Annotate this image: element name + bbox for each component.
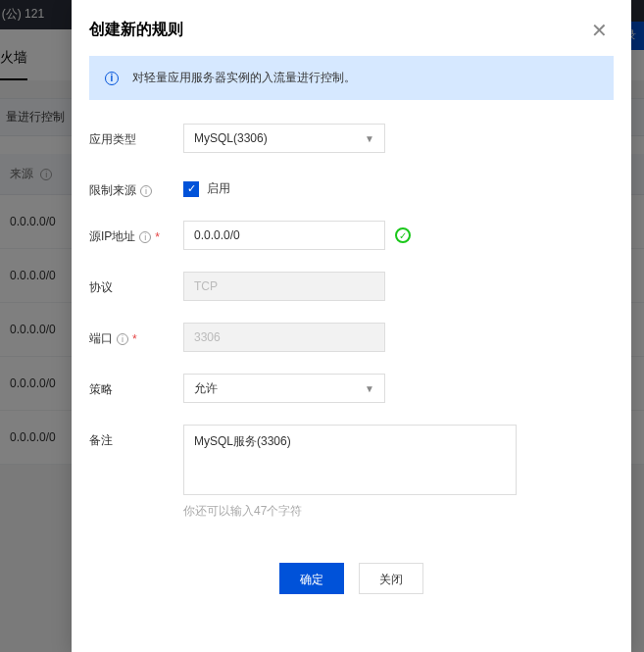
limit-source-label-text: 限制来源 xyxy=(89,182,136,199)
policy-label: 策略 xyxy=(89,374,183,398)
form-row-protocol: 协议 TCP xyxy=(89,272,614,301)
modal-title: 创建新的规则 xyxy=(89,20,183,40)
form-row-source-ip: 源IP地址 i * 0.0.0.0/0 ✓ xyxy=(89,221,614,250)
remark-label-text: 备注 xyxy=(89,432,113,449)
remark-label: 备注 xyxy=(89,425,183,449)
protocol-label: 协议 xyxy=(89,272,183,296)
form-row-remark: 备注 MySQL服务(3306) 你还可以输入47个字符 xyxy=(89,425,614,520)
source-ip-value: 0.0.0.0/0 xyxy=(194,228,240,242)
app-type-select[interactable]: MySQL(3306) ▼ xyxy=(183,124,385,153)
info-banner: i 对轻量应用服务器实例的入流量进行控制。 xyxy=(89,56,614,100)
enable-label: 启用 xyxy=(207,180,230,197)
chevron-down-icon: ▼ xyxy=(365,383,374,394)
help-icon[interactable]: i xyxy=(139,231,151,243)
close-button[interactable]: 关闭 xyxy=(359,563,423,594)
limit-source-label: 限制来源 i xyxy=(89,175,183,199)
info-icon: i xyxy=(105,72,119,85)
info-banner-text: 对轻量应用服务器实例的入流量进行控制。 xyxy=(132,70,356,86)
app-type-label: 应用类型 xyxy=(89,124,183,148)
port-label: 端口 i * xyxy=(89,323,183,347)
help-icon[interactable]: i xyxy=(140,185,152,197)
protocol-value: TCP xyxy=(194,279,218,293)
form-row-limit-source: 限制来源 i ✓ 启用 xyxy=(89,175,614,199)
form-row-port: 端口 i * 3306 xyxy=(89,323,614,352)
enable-checkbox[interactable]: ✓ xyxy=(183,181,199,197)
required-marker: * xyxy=(155,230,160,244)
policy-value: 允许 xyxy=(194,380,218,397)
valid-check-icon: ✓ xyxy=(395,227,411,243)
modal-header: 创建新的规则 ✕ xyxy=(72,0,631,56)
modal-body: i 对轻量应用服务器实例的入流量进行控制。 应用类型 MySQL(3306) ▼… xyxy=(72,56,631,547)
char-count-hint: 你还可以输入47个字符 xyxy=(183,503,614,520)
source-ip-label: 源IP地址 i * xyxy=(89,221,183,245)
source-ip-input[interactable]: 0.0.0.0/0 xyxy=(183,221,385,250)
form-row-policy: 策略 允许 ▼ xyxy=(89,374,614,403)
policy-select[interactable]: 允许 ▼ xyxy=(183,374,385,403)
create-rule-modal: 创建新的规则 ✕ i 对轻量应用服务器实例的入流量进行控制。 应用类型 MySQ… xyxy=(72,0,631,652)
close-icon[interactable]: ✕ xyxy=(591,21,608,40)
source-ip-label-text: 源IP地址 xyxy=(89,228,135,245)
app-type-value: MySQL(3306) xyxy=(194,131,268,145)
port-input: 3306 xyxy=(183,323,385,352)
confirm-button[interactable]: 确定 xyxy=(279,563,344,594)
policy-label-text: 策略 xyxy=(89,381,113,398)
form-row-app-type: 应用类型 MySQL(3306) ▼ xyxy=(89,124,614,153)
remark-textarea[interactable]: MySQL服务(3306) xyxy=(183,425,517,495)
remark-value: MySQL服务(3306) xyxy=(194,433,291,450)
required-marker: * xyxy=(132,332,137,346)
help-icon[interactable]: i xyxy=(117,333,128,345)
port-label-text: 端口 xyxy=(89,330,113,347)
port-value: 3306 xyxy=(194,330,221,344)
protocol-label-text: 协议 xyxy=(89,279,113,296)
chevron-down-icon: ▼ xyxy=(365,133,374,144)
modal-footer: 确定 关闭 xyxy=(72,547,631,614)
protocol-input: TCP xyxy=(183,272,385,301)
app-type-label-text: 应用类型 xyxy=(89,131,136,148)
